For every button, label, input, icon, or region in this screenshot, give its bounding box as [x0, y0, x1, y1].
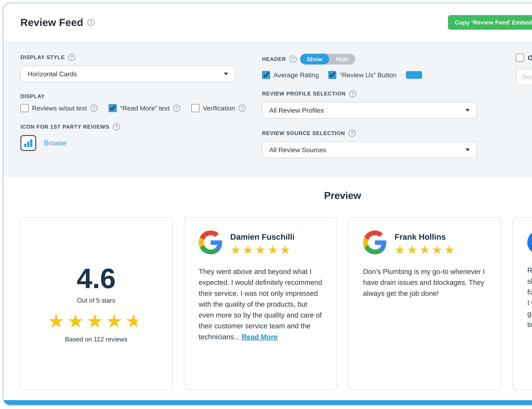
tags-filter-checkbox[interactable] — [516, 54, 524, 62]
browse-link[interactable]: Browse — [44, 139, 66, 147]
topbar: Review Feed Copy ‘Review Feed’ Embed Cod… — [3, 3, 532, 41]
summary-stars: ★★★★★ ★★★★★ — [48, 312, 145, 330]
chevron-down-icon — [466, 149, 470, 151]
help-icon[interactable] — [238, 104, 246, 112]
preview-title: Preview — [19, 190, 532, 201]
review-cards: 4.6 Out of 5 stars ★★★★★ ★★★★★ Based on … — [19, 217, 532, 390]
header-label: HEADER — [262, 56, 286, 62]
tags-search-input[interactable] — [516, 69, 532, 85]
settings-right-column: Only show reviews with these tags: — [516, 54, 532, 158]
display-style-label: DISPLAY STYLE — [20, 54, 65, 60]
review-count: Based on 112 reviews — [65, 335, 127, 343]
header-show-option[interactable]: Show — [300, 54, 329, 65]
review-text: They went above and beyond what I expect… — [199, 266, 322, 342]
review-profile-selection-label: REVIEW PROFILE SELECTION — [262, 91, 346, 97]
review-stars: ★★★★★ — [230, 244, 294, 256]
header-hide-option[interactable]: Hide — [329, 54, 355, 65]
average-rating-checkbox[interactable] — [262, 71, 270, 79]
average-rating-label[interactable]: Average Rating — [274, 71, 319, 79]
review-card: Shar Simpkins RECOMMENDED Really good. I… — [513, 217, 532, 390]
help-icon[interactable] — [290, 56, 297, 63]
verification-label[interactable]: Verification — [203, 104, 235, 112]
tags-filter-label[interactable]: Only show reviews with these tags: — [528, 54, 532, 62]
read-more-link[interactable]: Read More — [242, 333, 278, 341]
verification-checkbox[interactable] — [191, 104, 200, 112]
review-text-body: They went above and beyond what I expect… — [199, 268, 322, 341]
google-logo-icon — [199, 231, 223, 254]
display-style-value: Horizontal Cards — [28, 70, 77, 78]
chevron-down-icon — [466, 109, 470, 112]
help-icon[interactable] — [113, 123, 120, 130]
review-card: Damien Fuschilli ★★★★★ They went above a… — [184, 217, 337, 390]
help-icon[interactable] — [68, 54, 76, 61]
review-feed-widget: Review Feed Copy ‘Review Feed’ Embed Cod… — [2, 2, 532, 406]
review-profile-select[interactable]: All Review Profiles — [262, 102, 477, 119]
review-profile-value: All Review Profiles — [269, 107, 324, 114]
reviewer-name: Damien Fuschilli — [230, 232, 294, 242]
help-icon[interactable] — [349, 130, 356, 137]
help-icon[interactable] — [90, 104, 98, 112]
header-toggle: Show Hide — [300, 54, 355, 65]
review-source-value: All Review Sources — [269, 146, 326, 154]
copy-embed-code-button[interactable]: Copy ‘Review Feed’ Embed Code — [448, 15, 532, 30]
help-icon[interactable] — [349, 90, 356, 97]
reviews-without-text-checkbox[interactable] — [20, 104, 28, 112]
rating-summary-card: 4.6 Out of 5 stars ★★★★★ ★★★★★ Based on … — [19, 217, 173, 390]
settings-panel: DISPLAY STYLE Horizontal Cards DISPLAY R… — [3, 41, 532, 176]
first-party-icon-label: ICON FOR 1ST PARTY REVIEWS — [20, 124, 109, 130]
preview-section: Preview 4.6 Out of 5 stars ★★★★★ ★★★★★ B… — [3, 176, 532, 400]
review-card: Frank Hollins ★★★★★ Don’s Plumbing is my… — [348, 217, 501, 390]
score-subtitle: Out of 5 stars — [77, 297, 115, 304]
display-label: DISPLAY — [20, 93, 45, 99]
reviews-without-text-label[interactable]: Reviews w/out text — [32, 104, 87, 112]
bottom-accent-bar — [3, 400, 532, 405]
average-score: 4.6 — [77, 264, 116, 292]
page-title: Review Feed — [20, 17, 83, 28]
settings-left-column: DISPLAY STYLE Horizontal Cards DISPLAY R… — [20, 54, 262, 158]
help-icon[interactable] — [87, 19, 95, 26]
review-us-button-checkbox[interactable] — [328, 71, 336, 79]
display-style-select[interactable]: Horizontal Cards — [20, 65, 235, 82]
stars-fill: ★★★★★ — [48, 312, 137, 330]
review-text: Don’s Plumbing is my go-to whenever I ha… — [363, 266, 486, 299]
google-logo-icon — [363, 231, 387, 254]
review-source-select[interactable]: All Review Sources — [262, 141, 477, 158]
review-text: Really good. I liked the tech. He showed… — [527, 265, 532, 330]
review-source-selection-label: REVIEW SOURCE SELECTION — [262, 130, 345, 136]
facebook-logo-icon — [527, 231, 532, 254]
settings-middle-column: HEADER Show Hide Average Rating “Review … — [262, 54, 494, 158]
reviewer-name: Frank Hollins — [395, 232, 456, 242]
bar-chart-icon[interactable] — [20, 135, 36, 151]
chevron-down-icon — [224, 73, 228, 75]
help-icon[interactable] — [173, 104, 180, 112]
review-us-color-swatch[interactable] — [406, 71, 422, 79]
read-more-text-label[interactable]: “Read More” text — [120, 104, 170, 112]
review-us-button-label[interactable]: “Review Us” Button — [340, 71, 397, 79]
read-more-text-checkbox[interactable] — [109, 104, 117, 112]
review-stars: ★★★★★ — [395, 244, 456, 256]
